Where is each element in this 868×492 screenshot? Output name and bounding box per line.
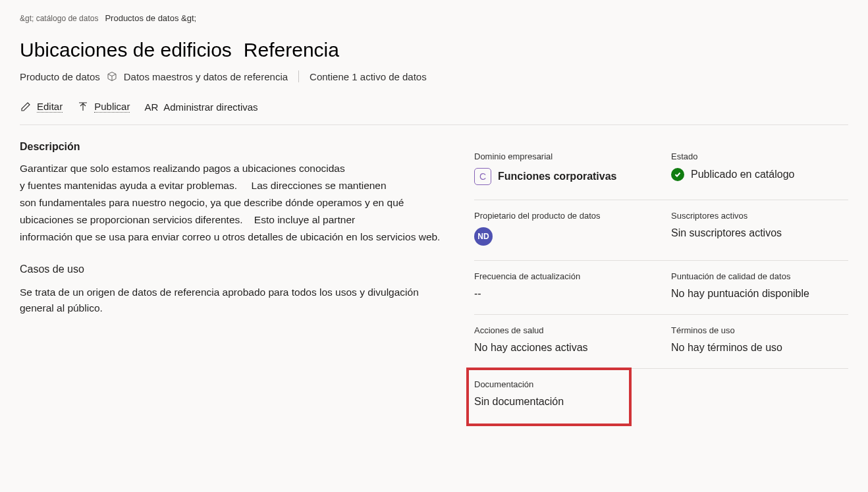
domain-value: Funciones corporativas <box>498 171 617 182</box>
info-documentation: Documentación Sin documentación <box>474 369 651 422</box>
breadcrumb-catalog[interactable]: &gt; catálogo de datos <box>20 14 98 23</box>
edit-button[interactable]: Editar <box>20 101 63 113</box>
type-label: Producto de datos <box>20 71 100 82</box>
owner-avatar: ND <box>474 227 493 246</box>
usecases-text: Se trata de un origen de datos de refere… <box>20 285 448 316</box>
manage-policies-button[interactable]: AR Administrar directivas <box>144 101 258 113</box>
info-domain: Dominio empresarial C Funciones corporat… <box>474 141 651 200</box>
breadcrumb[interactable]: &gt; catálogo de datos Productos de dato… <box>20 13 848 23</box>
subtype-label: Datos maestros y datos de referencia <box>124 71 288 82</box>
info-owner: Propietario del producto de datos ND <box>474 200 651 260</box>
info-status: Estado Publicado en catálogo <box>671 141 848 200</box>
status-value: Publicado en catálogo <box>691 169 794 180</box>
upload-icon <box>77 101 89 113</box>
info-quality: Puntuación de calidad de datos No hay pu… <box>671 261 848 314</box>
breadcrumb-products[interactable]: Productos de datos &gt; <box>105 13 196 23</box>
description-body: Garantizar que solo estamos realizando p… <box>20 161 448 245</box>
publish-button[interactable]: Publicar <box>77 101 130 113</box>
domain-badge-icon: C <box>474 168 491 185</box>
description-heading: Descripción <box>20 141 448 153</box>
contains-label: Contiene 1 activo de datos <box>310 71 427 82</box>
info-health: Acciones de salud No hay acciones activa… <box>474 315 651 368</box>
usecases-heading: Casos de uso <box>20 263 448 275</box>
cube-icon <box>107 71 117 82</box>
check-circle-icon <box>671 168 684 181</box>
pencil-icon <box>20 101 32 113</box>
info-frequency: Frecuencia de actualización -- <box>474 261 651 314</box>
manage-policies-label: Administrar directivas <box>163 101 258 113</box>
info-terms: Términos de uso No hay términos de uso <box>671 315 848 368</box>
meta-divider <box>298 70 299 82</box>
page-category: Referencia <box>244 39 339 61</box>
info-subscribers: Suscriptores activos Sin suscriptores ac… <box>671 200 848 260</box>
ar-badge: AR <box>144 101 158 113</box>
page-title: Ubicaciones de edificios <box>20 39 232 61</box>
edit-label: Editar <box>37 101 63 113</box>
publish-label: Publicar <box>94 101 130 113</box>
